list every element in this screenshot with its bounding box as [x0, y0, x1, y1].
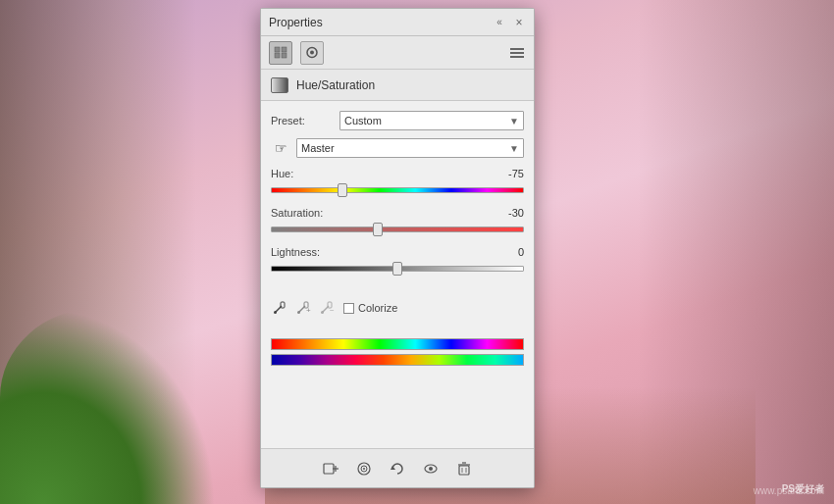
- svg-rect-2: [275, 53, 280, 58]
- tools-row: + − Colorize: [271, 291, 524, 325]
- hue-section: Hue: -75: [271, 168, 524, 201]
- properties-icon[interactable]: [300, 41, 324, 65]
- lightness-value: 0: [495, 246, 524, 258]
- properties-panel: Properties « ×: [260, 8, 535, 488]
- hand-tool-icon[interactable]: ☞: [271, 138, 290, 158]
- svg-point-11: [297, 311, 300, 314]
- panel-content: Preset: Custom ▼ ☞ Master ▼ Hue: -75: [261, 101, 534, 448]
- add-mask-icon: [322, 460, 339, 478]
- title-bar-right: « ×: [493, 16, 526, 29]
- hue-header: Hue: -75: [271, 168, 524, 179]
- channel-row: ☞ Master ▼: [271, 138, 524, 158]
- watermark-url: www.psahz.com: [754, 485, 824, 496]
- saturation-section: Saturation: -30: [271, 207, 524, 240]
- preset-arrow-icon: ▼: [509, 116, 519, 126]
- colorize-row: Colorize: [343, 302, 397, 314]
- lightness-track: [271, 266, 524, 272]
- close-icon: ×: [515, 16, 522, 29]
- tool-icons: [269, 41, 324, 65]
- svg-point-5: [310, 51, 314, 55]
- hue-value: -75: [495, 168, 524, 179]
- hue-label: Hue:: [271, 168, 293, 179]
- preset-value: Custom: [344, 115, 382, 126]
- eyedropper-1-icon[interactable]: [271, 299, 288, 317]
- lightness-thumb[interactable]: [392, 262, 402, 276]
- saturation-value: -30: [495, 207, 524, 219]
- lightness-header: Lightness: 0: [271, 246, 524, 258]
- svg-text:+: +: [306, 306, 311, 315]
- hue-saturation-icon: [271, 77, 288, 93]
- hue-saturation-title: Hue/Saturation: [296, 78, 375, 92]
- hue-sat-header: Hue/Saturation: [261, 70, 534, 101]
- channel-arrow-icon: ▼: [509, 143, 519, 154]
- svg-rect-0: [275, 47, 280, 52]
- modified-rainbow-bar: [271, 354, 524, 366]
- saturation-slider[interactable]: [271, 221, 524, 238]
- reset-icon: [389, 460, 406, 478]
- lightness-slider[interactable]: [271, 260, 524, 277]
- svg-rect-1: [282, 47, 287, 52]
- eyedropper-row: + −: [271, 299, 336, 317]
- svg-rect-3: [282, 53, 287, 58]
- add-mask-button[interactable]: [320, 458, 341, 479]
- title-bar-left: Properties: [269, 16, 323, 29]
- hamburger-line-3: [510, 56, 524, 58]
- panel-title: Properties: [269, 16, 323, 29]
- properties-icon-svg: [305, 46, 319, 59]
- svg-rect-17: [324, 464, 334, 474]
- preset-label: Preset:: [271, 115, 339, 126]
- colorize-checkbox[interactable]: [343, 303, 354, 314]
- svg-point-8: [274, 311, 277, 314]
- lightness-label: Lightness:: [271, 246, 320, 258]
- hamburger-line-1: [510, 48, 524, 50]
- color-bars: [271, 338, 524, 366]
- double-arrow-button[interactable]: «: [493, 16, 506, 29]
- channel-value: Master: [301, 142, 335, 154]
- close-button[interactable]: ×: [512, 16, 526, 29]
- eyedropper-2-icon[interactable]: +: [294, 299, 312, 317]
- smart-object-icon: [355, 460, 373, 478]
- svg-rect-26: [459, 466, 469, 475]
- saturation-thumb[interactable]: [373, 223, 383, 236]
- visibility-button[interactable]: [420, 458, 442, 479]
- svg-point-22: [363, 468, 365, 470]
- panel-menu-button[interactable]: [510, 46, 526, 60]
- hue-thumb[interactable]: [338, 183, 347, 197]
- adjustment-layers-icon[interactable]: [269, 41, 292, 65]
- svg-point-15: [321, 311, 324, 314]
- title-bar: Properties « ×: [261, 9, 534, 36]
- colorize-label: Colorize: [358, 302, 397, 314]
- full-rainbow-bar: [271, 338, 524, 350]
- svg-text:−: −: [330, 306, 335, 315]
- saturation-track: [271, 227, 524, 232]
- double-arrow-icon: «: [496, 17, 502, 27]
- hamburger-line-2: [510, 52, 524, 54]
- hue-slider[interactable]: [271, 181, 524, 199]
- svg-point-25: [429, 467, 433, 471]
- hue-track: [271, 187, 524, 193]
- preset-select[interactable]: Custom ▼: [339, 111, 524, 130]
- visibility-icon: [422, 460, 440, 478]
- smart-object-button[interactable]: [353, 458, 375, 479]
- reset-button[interactable]: [387, 458, 408, 479]
- saturation-header: Saturation: -30: [271, 207, 524, 219]
- delete-button[interactable]: [453, 458, 475, 479]
- bottom-toolbar: [261, 448, 534, 487]
- channel-select[interactable]: Master ▼: [296, 138, 524, 158]
- colorize-checkbox-container[interactable]: Colorize: [343, 302, 397, 314]
- lightness-section: Lightness: 0: [271, 246, 524, 279]
- toolbar-row: [261, 36, 534, 70]
- preset-row: Preset: Custom ▼: [271, 111, 524, 130]
- eyedropper-3-icon[interactable]: −: [318, 299, 336, 317]
- layers-icon-svg: [274, 46, 287, 59]
- saturation-label: Saturation:: [271, 207, 323, 219]
- delete-icon: [455, 460, 473, 478]
